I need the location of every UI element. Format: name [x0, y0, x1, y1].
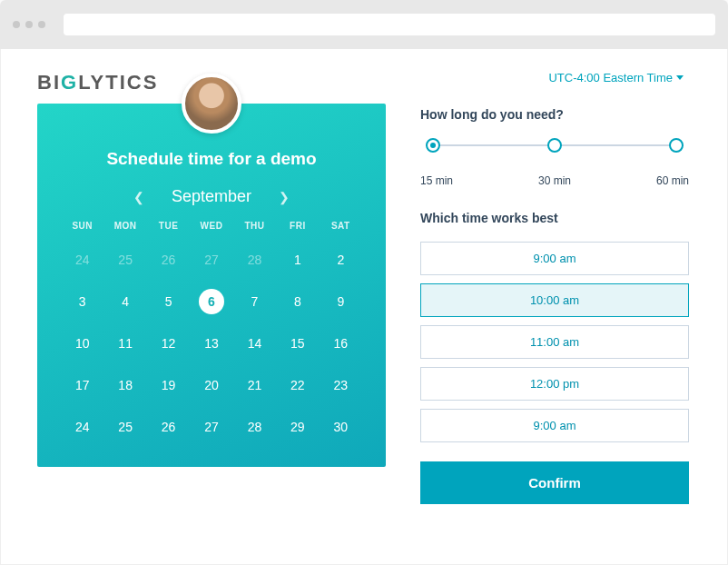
timezone-label: UTC-4:00 Eastern Time	[548, 71, 673, 84]
address-bar[interactable]	[64, 14, 715, 35]
calendar-day[interactable]: 12	[147, 331, 190, 356]
time-option[interactable]: 12:00 pm	[420, 367, 689, 401]
calendar-day[interactable]: 7	[233, 289, 276, 314]
calendar-day[interactable]: 25	[103, 247, 146, 273]
time-list: 9:00 am10:00 am11:00 am12:00 pm9:00 am	[420, 242, 689, 451]
calendar-day[interactable]: 27	[190, 247, 232, 273]
duration-stop-15[interactable]	[426, 138, 440, 153]
day-of-week-header: MON	[103, 221, 146, 231]
day-of-week-header: TUE	[147, 221, 190, 231]
calendar-day[interactable]: 30	[320, 414, 362, 440]
calendar-day[interactable]: 22	[276, 372, 319, 398]
logo-text: LYTICS	[78, 71, 158, 94]
calendar-day[interactable]: 27	[190, 414, 232, 440]
calendar-day[interactable]: 19	[147, 372, 190, 398]
calendar-day[interactable]: 26	[147, 247, 190, 273]
calendar-day[interactable]: 28	[233, 414, 276, 440]
day-of-week-header: SUN	[61, 221, 103, 231]
duration-stop-60[interactable]	[669, 138, 684, 153]
calendar-day[interactable]: 4	[103, 289, 146, 314]
calendar-day[interactable]: 25	[103, 414, 146, 440]
calendar-day[interactable]: 10	[61, 331, 103, 356]
time-option[interactable]: 9:00 am	[420, 242, 689, 275]
logo-text: BI	[37, 71, 61, 94]
next-month-button[interactable]: ❯	[279, 190, 290, 204]
brand-logo: BIGLYTICS	[37, 71, 158, 94]
calendar-day[interactable]: 26	[147, 414, 190, 440]
duration-slider[interactable]	[420, 138, 689, 171]
day-of-week-header: SAT	[320, 221, 362, 231]
calendar-day[interactable]: 21	[233, 372, 276, 398]
time-option[interactable]: 11:00 am	[420, 325, 689, 359]
duration-label: 15 min	[420, 174, 453, 187]
avatar	[182, 74, 241, 134]
calendar-day[interactable]: 23	[320, 372, 362, 398]
calendar-day[interactable]: 20	[190, 372, 232, 398]
day-of-week-header: FRI	[276, 221, 319, 231]
window-controls	[13, 21, 45, 28]
calendar-day[interactable]: 15	[276, 331, 319, 356]
calendar-day[interactable]: 5	[147, 289, 190, 314]
window-dot[interactable]	[25, 21, 33, 28]
calendar-day[interactable]: 8	[276, 289, 319, 314]
browser-chrome	[0, 0, 728, 49]
window-dot[interactable]	[13, 21, 20, 28]
timezone-selector[interactable]: UTC-4:00 Eastern Time	[548, 71, 684, 84]
calendar-day[interactable]: 16	[320, 331, 362, 356]
calendar-grid: SUNMONTUEWEDTHUFRISAT2425262728123456789…	[61, 221, 362, 440]
duration-question: How long do you need?	[420, 107, 689, 122]
duration-stop-30[interactable]	[547, 138, 562, 153]
duration-label: 60 min	[656, 174, 689, 187]
calendar-day[interactable]: 24	[61, 247, 103, 273]
calendar-day[interactable]: 3	[61, 289, 103, 314]
app-window: BIGLYTICS UTC-4:00 Eastern Time Schedule…	[0, 49, 728, 565]
calendar-card: Schedule time for a demo ❮ September ❯ S…	[37, 104, 386, 467]
caret-down-icon	[676, 75, 684, 80]
confirm-button[interactable]: Confirm	[420, 461, 689, 504]
day-of-week-header: WED	[190, 221, 232, 231]
calendar-day[interactable]: 18	[103, 372, 146, 398]
calendar-day[interactable]: 6	[190, 289, 232, 314]
time-option[interactable]: 9:00 am	[420, 409, 689, 442]
schedule-title: Schedule time for a demo	[61, 149, 362, 169]
calendar-day[interactable]: 24	[61, 414, 103, 440]
selection-panel: How long do you need? 15 min 30 min 60 m…	[418, 104, 691, 504]
time-option[interactable]: 10:00 am	[420, 283, 689, 317]
calendar-day[interactable]: 1	[276, 247, 319, 273]
prev-month-button[interactable]: ❮	[133, 190, 144, 204]
window-dot[interactable]	[38, 21, 45, 28]
calendar-day[interactable]: 11	[103, 331, 146, 356]
duration-label: 30 min	[538, 174, 571, 187]
month-label: September	[172, 187, 251, 206]
time-question: Which time works best	[420, 211, 689, 225]
calendar-day[interactable]: 29	[276, 414, 319, 440]
calendar-day[interactable]: 2	[320, 247, 362, 273]
calendar-day[interactable]: 14	[233, 331, 276, 356]
duration-labels: 15 min 30 min 60 min	[420, 174, 689, 187]
calendar-day[interactable]: 17	[61, 372, 103, 398]
day-of-week-header: THU	[233, 221, 276, 231]
calendar-day[interactable]: 28	[233, 247, 276, 273]
calendar-day[interactable]: 13	[190, 331, 232, 356]
logo-accent: G	[61, 71, 78, 94]
calendar-day[interactable]: 9	[320, 289, 362, 314]
